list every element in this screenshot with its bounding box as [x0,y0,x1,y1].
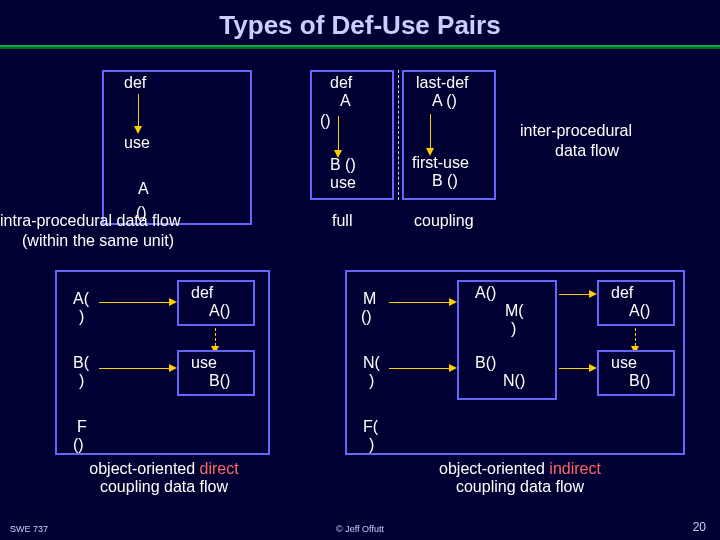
intra-box: def use A () [102,70,252,225]
oo-label: object-oriented [89,460,195,477]
Mcall2: M( [505,302,524,320]
harrowR1 [389,302,449,303]
Bcall2: B() [475,354,496,372]
indirect-outer: M () N( ) F( ) A() M( ) B() N() def A() … [345,270,685,455]
M-call-p: () [361,308,372,326]
A-label-2: A [340,92,351,110]
N-call-p: ) [369,372,374,390]
defA-inner2: def A() [597,280,675,326]
F-call: F [77,418,87,436]
useB-inner: use B() [177,350,255,396]
diagram-area: def use A () intra-procedural data flow … [0,60,720,510]
oo-label2: object-oriented [439,460,545,477]
direct-outer: A( ) B( ) F () def A() use B() [55,270,270,455]
defA2: def [611,284,633,302]
footer-center: © Jeff Offutt [336,524,384,534]
harrow2-head [169,364,177,372]
harrowR2 [389,368,449,369]
harrowR3-head [589,290,597,298]
use-label: use [124,134,150,152]
mid-inner: A() M( ) B() N() [457,280,557,400]
useB: use [191,354,217,372]
footer-right: 20 [693,520,706,534]
inter-1: inter-procedural [520,122,632,140]
full-label: full [332,212,352,230]
coupling-box: last-def A () first-use B () [402,70,496,200]
arrow-head [134,126,142,134]
N-call: N( [363,354,380,372]
useBp: B() [209,372,230,390]
intra-caption-1: intra-procedural data flow [0,212,181,230]
arrow [430,114,431,148]
indirect-label: indirect [549,460,601,477]
def-label-2: def [330,74,352,92]
harrowR2-head [449,364,457,372]
useB2: use [611,354,637,372]
dashed-arrow [215,328,216,346]
defA-inner: def A() [177,280,255,326]
defAp2: A() [629,302,650,320]
F-call2: F( [363,418,378,436]
Ncall2: N() [503,372,525,390]
B-label: B () [330,156,356,174]
useB-inner2: use B() [597,350,675,396]
dashed-divider [398,70,399,200]
slide-title: Types of Def-Use Pairs [0,0,720,41]
F-call-p: () [73,436,84,454]
direct-caption: object-oriented direct coupling data flo… [44,460,284,496]
harrow1-head [169,298,177,306]
A-call-p: ) [79,308,84,326]
harrowR3 [559,294,589,295]
title-underline [0,45,720,49]
lastdef: last-def [416,74,468,92]
indirect-caption: object-oriented indirect coupling data f… [380,460,660,496]
useBp2: B() [629,372,650,390]
dashed-arrow2 [635,328,636,346]
intra-caption-2: (within the same unit) [22,232,174,250]
inter-2: data flow [555,142,619,160]
harrow2 [99,368,169,369]
direct-label: direct [200,460,239,477]
use-label-2: use [330,174,356,192]
harrow1 [99,302,169,303]
firstB: B () [432,172,458,190]
A-call: A( [73,290,89,308]
harrowR4 [559,368,589,369]
B-call: B( [73,354,89,372]
Mcall2p: ) [511,320,516,338]
M-call: M [363,290,376,308]
full-box: def A () B () use [310,70,394,200]
harrowR1-head [449,298,457,306]
arrow [338,116,339,150]
def-label: def [124,74,146,92]
parens-2: () [320,112,331,130]
B-call-p: ) [79,372,84,390]
coupling-label-2: coupling data flow [100,478,228,495]
arrow [138,94,139,126]
lastA: A () [432,92,457,110]
F-call-p2: ) [369,436,374,454]
firstuse: first-use [412,154,469,172]
defAp: A() [209,302,230,320]
footer-left: SWE 737 [10,524,48,534]
Acall2: A() [475,284,496,302]
A-label: A [138,180,149,198]
defA: def [191,284,213,302]
harrowR4-head [589,364,597,372]
coupling-label: coupling [414,212,474,230]
coupling-label-3: coupling data flow [456,478,584,495]
